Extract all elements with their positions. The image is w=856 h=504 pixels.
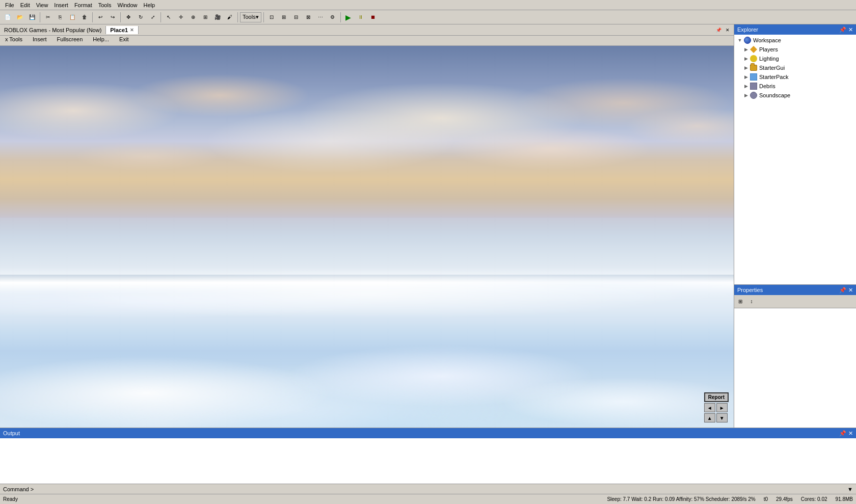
output-header: Output 📌 ✕	[0, 428, 856, 438]
explorer-close-btn[interactable]: ✕	[848, 26, 853, 33]
viewport-menu-fullscreen[interactable]: Fullscreen	[52, 36, 88, 45]
toolbar-new[interactable]: 📄	[2, 12, 13, 23]
expand-debris[interactable]: ▶	[742, 83, 750, 90]
workspace-label: Workspace	[753, 37, 781, 43]
startergui-icon	[750, 64, 758, 72]
properties-sort-btn[interactable]: ↕	[746, 297, 757, 307]
expand-startergui[interactable]: ▶	[742, 64, 750, 71]
expand-soundscape[interactable]: ▶	[742, 92, 750, 99]
toolbar-vis3[interactable]: ⊟	[290, 12, 302, 23]
place-tab-inactive[interactable]: ROBLOX Games - Most Popular (Now)	[0, 26, 106, 34]
tab-close-icon[interactable]: ✕	[130, 28, 134, 33]
toolbar-select[interactable]: ↖	[163, 12, 174, 23]
explorer-pin-btn[interactable]: 📌	[839, 26, 846, 33]
expand-starterpack[interactable]: ▶	[742, 73, 750, 81]
toolbar-paste[interactable]: 📋	[67, 12, 78, 23]
command-label: Command >	[3, 486, 34, 492]
place-tab-active[interactable]: Place1 ✕	[106, 26, 139, 34]
toolbar-scale[interactable]: ⤢	[147, 12, 158, 23]
menu-view[interactable]: View	[33, 2, 51, 8]
3d-viewport[interactable]: Report ◄ ► ▲ ▼	[0, 46, 734, 428]
viewport-menu-tools[interactable]: x Tools	[0, 36, 28, 45]
toolbar-move[interactable]: ✥	[123, 12, 134, 23]
explorer-content: ▼ Workspace ▶ Players	[734, 35, 856, 284]
explorer-item-players[interactable]: ▶ Players	[735, 45, 855, 54]
toolbar-rotate[interactable]: ↻	[135, 12, 146, 23]
place-tab-label-inactive: ROBLOX Games - Most Popular (Now)	[4, 27, 101, 33]
menu-insert[interactable]: Insert	[51, 2, 71, 8]
toolbar-move2[interactable]: ✛	[175, 12, 186, 23]
toolbar-vis4[interactable]: ⊠	[303, 12, 314, 23]
toolbar-paint[interactable]: 🖌	[224, 12, 235, 23]
soundscape-icon	[750, 91, 758, 99]
toolbar-sep-2	[92, 12, 93, 22]
toolbar-undo[interactable]: ↩	[95, 12, 106, 23]
properties-title: Properties	[737, 287, 763, 293]
viewport-close-btn[interactable]: ✕	[724, 26, 732, 34]
explorer-item-lighting[interactable]: ▶ Lighting	[735, 54, 855, 63]
toolbar-sep-1	[40, 12, 40, 22]
output-content	[0, 438, 856, 484]
status-cores: Cores: 0.02	[801, 496, 827, 502]
menu-format[interactable]: Format	[71, 2, 95, 8]
debris-label: Debris	[759, 83, 775, 89]
nav-down-right[interactable]: ▼	[716, 413, 728, 422]
report-button[interactable]: Report	[704, 392, 729, 402]
toolbar-vis2[interactable]: ⊞	[278, 12, 289, 23]
menu-edit[interactable]: Edit	[17, 2, 33, 8]
command-input[interactable]	[36, 486, 847, 492]
toolbar-stop[interactable]: ⏹	[367, 12, 379, 23]
explorer-item-debris[interactable]: ▶ Debris	[735, 82, 855, 91]
viewport-pin-btn[interactable]: 📌	[714, 26, 723, 34]
nav-down-left[interactable]: ▲	[704, 413, 715, 422]
explorer-item-workspace[interactable]: ▼ Workspace	[735, 36, 855, 45]
expand-lighting[interactable]: ▶	[742, 55, 750, 62]
properties-content	[734, 308, 856, 428]
viewport-menu-help[interactable]: Help...	[88, 36, 114, 45]
output-pin-btn[interactable]: 📌	[839, 430, 846, 437]
toolbar-cut[interactable]: ✂	[42, 12, 54, 23]
toolbar-play[interactable]: ▶	[343, 12, 354, 23]
soundscape-label: Soundscape	[759, 92, 790, 98]
menu-tools[interactable]: Tools	[95, 2, 115, 8]
viewport-menu-exit[interactable]: Exit	[114, 36, 133, 45]
upper-clouds	[0, 65, 734, 218]
statusbar: Ready Sleep: 7.7 Wait: 0.2 Run: 0.09 Aff…	[0, 494, 856, 504]
toolbar-delete[interactable]: 🗑	[79, 12, 90, 23]
toolbar-camera[interactable]: 🎥	[212, 12, 223, 23]
command-dropdown-btn[interactable]: ▼	[847, 486, 853, 492]
toolbar-copy[interactable]: ⎘	[55, 12, 66, 23]
nav-up-left[interactable]: ◄	[704, 403, 715, 412]
output-close-btn[interactable]: ✕	[848, 430, 853, 437]
explorer-item-starterpack[interactable]: ▶ StarterPack	[735, 72, 855, 82]
explorer-item-soundscape[interactable]: ▶ Soundscape	[735, 91, 855, 100]
explorer-item-startergui[interactable]: ▶ StarterGui	[735, 63, 855, 72]
toolbar-rotate2[interactable]: ⊞	[200, 12, 211, 23]
viewport-menu-insert[interactable]: Insert	[28, 36, 52, 45]
toolbar-open[interactable]: 📂	[14, 12, 25, 23]
toolbar-tools-dropdown[interactable]: Tools▾	[240, 12, 261, 22]
starterpack-label: StarterPack	[759, 74, 788, 80]
expand-players[interactable]: ▶	[742, 46, 750, 53]
nav-down-row: ▲ ▼	[704, 413, 729, 422]
toolbar-save[interactable]: 💾	[26, 12, 38, 23]
menu-help[interactable]: Help	[141, 2, 158, 8]
properties-close-btn[interactable]: ✕	[848, 287, 853, 294]
properties-pin-btn[interactable]: 📌	[839, 287, 846, 294]
viewport-tabs: ROBLOX Games - Most Popular (Now) Place1…	[0, 24, 734, 36]
toolbar-redo[interactable]: ↪	[107, 12, 118, 23]
players-label: Players	[759, 46, 778, 52]
nav-up-right[interactable]: ►	[716, 403, 728, 412]
statusbar-right: Sleep: 7.7 Wait: 0.2 Run: 0.09 Affinity:…	[607, 496, 853, 502]
toolbar-vis5[interactable]: ⋯	[315, 12, 326, 23]
toolbar-vis6[interactable]: ⚙	[327, 12, 338, 23]
menu-window[interactable]: Window	[114, 2, 140, 8]
toolbar-vis1[interactable]: ⊡	[266, 12, 277, 23]
menu-file[interactable]: File	[2, 2, 17, 8]
toolbar-sep-3	[120, 12, 121, 22]
toolbar-scale2[interactable]: ⊕	[188, 12, 199, 23]
properties-view-btn[interactable]: ⊞	[735, 297, 745, 307]
right-panel: Explorer 📌 ✕ ▼ Workspace	[734, 24, 856, 428]
toolbar-pause[interactable]: ⏸	[355, 12, 366, 23]
expand-workspace[interactable]: ▼	[736, 37, 743, 44]
